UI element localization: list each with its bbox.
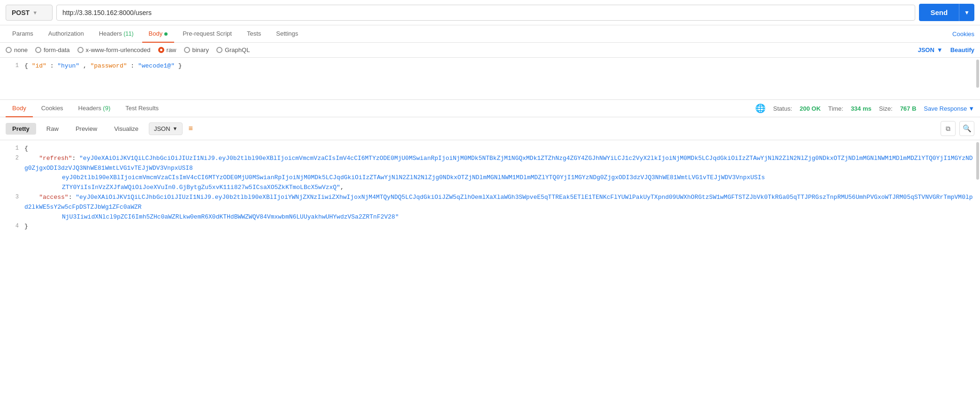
option-raw[interactable]: raw: [158, 46, 176, 53]
send-btn-group: Send ▼: [919, 4, 974, 21]
send-dropdown-button[interactable]: ▼: [959, 4, 974, 21]
search-button[interactable]: 🔍: [959, 121, 974, 136]
body-options: none form-data x-www-form-urlencoded raw…: [0, 43, 980, 58]
option-form-data[interactable]: form-data: [35, 46, 70, 53]
resp-tab-body[interactable]: Body: [6, 100, 33, 117]
option-graphql[interactable]: GraphQL: [216, 46, 250, 53]
resp-line-2b: eyJ0b2tlbl90eXBlIjoicmVmcmVzaCIsImV4cCI6…: [0, 173, 980, 183]
radio-x-www-form-urlencoded: [77, 47, 84, 53]
resp-line-3b: NjU3IiwidXNlcl9pZCI6Imh5ZHc0aWZRLkw0emR6…: [0, 212, 980, 222]
format-chevron-icon: ▼: [173, 126, 178, 131]
tab-authorization[interactable]: Authorization: [42, 25, 91, 43]
format-raw-button[interactable]: Raw: [40, 123, 65, 135]
radio-raw: [158, 47, 164, 53]
option-x-www-form-urlencoded[interactable]: x-www-form-urlencoded: [77, 46, 151, 53]
tab-params[interactable]: Params: [6, 25, 40, 43]
request-tabs: Params Authorization Headers (11) Body P…: [0, 25, 980, 43]
tab-headers[interactable]: Headers (11): [92, 25, 140, 43]
status-value: 200 OK: [800, 105, 821, 112]
save-response-chevron-icon: ▼: [968, 105, 974, 112]
search-icon: 🔍: [963, 124, 972, 133]
radio-form-data: [35, 47, 41, 53]
response-tabs: Body Cookies Headers (9) Test Results 🌐 …: [0, 100, 980, 117]
radio-binary: [184, 47, 190, 53]
tab-tests[interactable]: Tests: [240, 25, 268, 43]
tab-body[interactable]: Body: [142, 25, 175, 43]
radio-none: [6, 47, 12, 53]
beautify-button[interactable]: Beautify: [950, 46, 974, 53]
json-chevron-icon: ▼: [937, 46, 943, 53]
resp-tab-headers[interactable]: Headers (9): [72, 100, 117, 117]
resp-tab-cookies[interactable]: Cookies: [35, 100, 70, 117]
resp-line-2c: ZTY0YiIsInVzZXJfaWQiOiJoeXVuIn0.GjBytgZu…: [0, 183, 980, 193]
time-value: 334 ms: [851, 105, 872, 112]
format-visualize-button[interactable]: Visualize: [107, 123, 145, 135]
request-body-editor[interactable]: 1 { "id" : "hyun" , "password" : "wecode…: [0, 58, 980, 100]
resp-line-4: 4 }: [0, 222, 980, 232]
response-body: 1 { 2 "refresh": "eyJ0eXAiOiJKV1QiLCJhbG…: [0, 140, 980, 235]
option-none[interactable]: none: [6, 46, 28, 53]
format-preview-button[interactable]: Preview: [69, 123, 104, 135]
response-format-dropdown[interactable]: JSON ▼: [149, 122, 183, 135]
globe-icon: 🌐: [755, 103, 766, 114]
method-dropdown[interactable]: POST ▼: [6, 5, 53, 21]
json-format-dropdown[interactable]: JSON ▼: [918, 46, 942, 53]
method-label: POST: [12, 9, 30, 16]
tab-settings[interactable]: Settings: [269, 25, 305, 43]
tab-pre-request-script[interactable]: Pre-request Script: [176, 25, 238, 43]
response-scrollbar: [976, 142, 979, 180]
status-info: 🌐 Status: 200 OK Time: 334 ms Size: 767 …: [755, 103, 974, 114]
send-button[interactable]: Send: [919, 4, 959, 21]
body-active-dot: [164, 32, 168, 36]
url-input[interactable]: [56, 5, 915, 21]
resp-line-1: 1 {: [0, 144, 980, 154]
filter-icon[interactable]: ≡: [188, 124, 192, 133]
format-pretty-button[interactable]: Pretty: [6, 123, 36, 135]
save-response-button[interactable]: Save Response ▼: [924, 105, 974, 112]
option-binary[interactable]: binary: [184, 46, 209, 53]
cookies-link[interactable]: Cookies: [952, 30, 974, 38]
copy-icon: ⧉: [946, 125, 950, 133]
copy-button[interactable]: ⧉: [941, 121, 956, 136]
response-format-bar: Pretty Raw Preview Visualize JSON ▼ ≡ ⧉ …: [0, 117, 980, 140]
size-value: 767 B: [900, 105, 917, 112]
resp-line-3: 3 "access": "eyJ0eXAiOiJKV1QiLCJhbGciOiJ…: [0, 193, 980, 212]
top-bar: POST ▼ Send ▼: [0, 0, 980, 25]
code-line-1: 1 { "id" : "hyun" , "password" : "wecode…: [0, 61, 980, 71]
resp-line-2: 2 "refresh": "eyJ0eXAiOiJKV1QiLCJhbGciOi…: [0, 154, 980, 174]
resp-tab-test-results[interactable]: Test Results: [119, 100, 165, 117]
radio-graphql: [216, 47, 222, 53]
editor-scrollbar: [976, 60, 979, 88]
method-chevron-icon: ▼: [32, 10, 38, 15]
